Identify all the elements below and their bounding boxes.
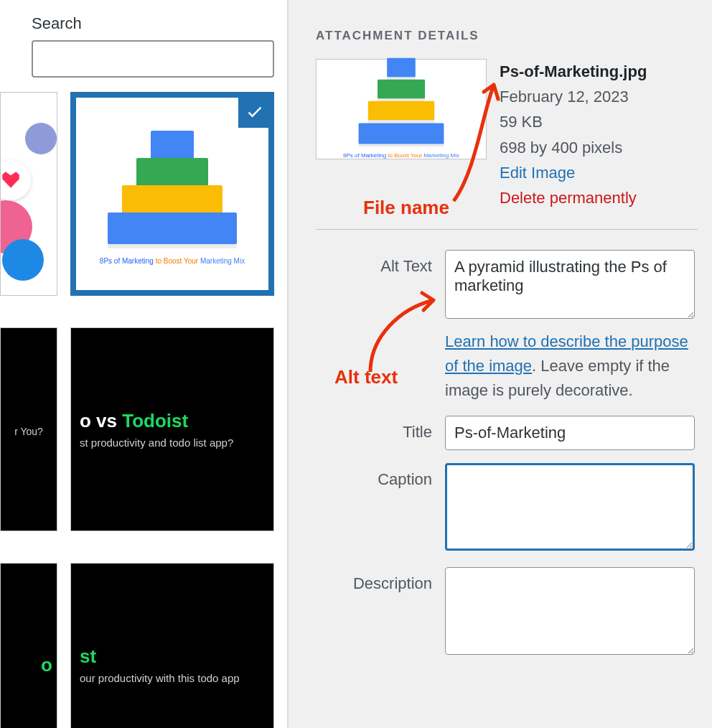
description-input[interactable] [445, 567, 695, 655]
attachment-preview: 8Ps of Marketing to Boost Your Marketing… [316, 59, 487, 159]
caption-input[interactable] [445, 463, 695, 551]
description-label: Description [316, 567, 445, 593]
thumbnail-item[interactable]: r You? [0, 327, 57, 531]
alt-text-label: Alt Text [316, 250, 445, 276]
thumb-title-part: Todoist [122, 410, 188, 431]
attachment-dimensions: 698 by 400 pixels [500, 135, 698, 160]
media-library-panel: Search [0, 0, 289, 728]
thumb-title-part: o vs [80, 410, 122, 431]
thumb-subtitle: our productivity with this todo app [80, 672, 240, 684]
attachment-filename: Ps-of-Marketing.jpg [500, 59, 698, 84]
thumbnail-item[interactable] [0, 92, 57, 296]
thumbnail-item[interactable]: o [0, 563, 57, 728]
thumb-subtitle: st productivity and todo list app? [80, 437, 233, 449]
thumb-caption-part: 8Ps of Marketing [100, 257, 156, 265]
alt-text-help: Learn how to describe the purpose of the… [445, 330, 695, 403]
caption-label: Caption [316, 463, 445, 489]
search-input[interactable] [32, 40, 274, 78]
search-label: Search [32, 14, 287, 33]
attachment-filesize: 59 KB [500, 109, 698, 134]
thumb-caption-part: to Boost Your [156, 257, 200, 265]
thumbnail-grid: 8Ps of Marketing to Boost Your Marketing… [0, 92, 287, 728]
edit-image-link[interactable]: Edit Image [500, 160, 698, 185]
section-title: Attachment Details [316, 29, 698, 43]
delete-permanently-link[interactable]: Delete permanently [500, 185, 698, 210]
attachment-date: February 12, 2023 [500, 84, 698, 109]
heart-icon [0, 160, 31, 200]
alt-text-input[interactable]: A pyramid illustrating the Ps of marketi… [445, 250, 695, 319]
thumbnail-item[interactable]: st our productivity with this todo app [70, 563, 274, 728]
thumbnail-item[interactable]: o vs Todoist st productivity and todo li… [70, 327, 274, 531]
selected-check-icon [238, 95, 271, 128]
thumb-subtitle: r You? [14, 426, 43, 437]
title-label: Title [316, 416, 445, 442]
thumb-title-part: st [80, 645, 96, 667]
thumb-title-part: o [41, 654, 52, 676]
thumb-caption-part: Marketing Mix [200, 257, 245, 265]
title-input[interactable] [445, 416, 695, 450]
attachment-details-panel: Attachment Details 8Ps of Marketing to B… [289, 0, 712, 728]
thumbnail-item-selected[interactable]: 8Ps of Marketing to Boost Your Marketing… [70, 92, 274, 296]
